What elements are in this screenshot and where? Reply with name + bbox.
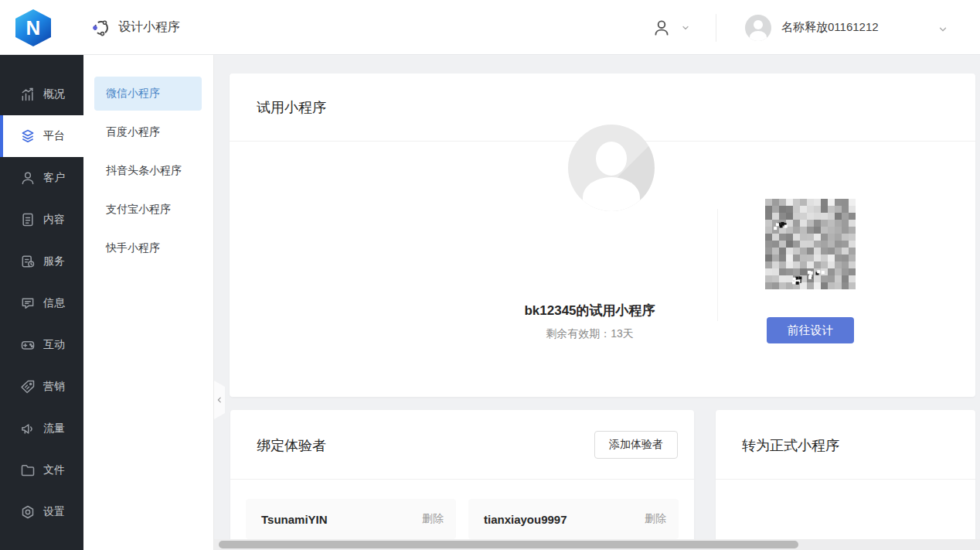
horizontal-scrollbar-thumb[interactable] xyxy=(219,541,798,548)
person-outline-icon xyxy=(652,18,672,38)
convert-card-header: 转为正式小程序 xyxy=(716,410,975,480)
sidebar-item-content[interactable]: 内容 xyxy=(0,199,83,241)
go-design-button[interactable]: 前往设计 xyxy=(767,317,854,343)
chevron-left-icon xyxy=(216,396,223,404)
convert-card-title: 转为正式小程序 xyxy=(742,436,839,455)
sidebar-item-label: 内容 xyxy=(43,213,65,227)
submenu-item-douyin[interactable]: 抖音头条小程序 xyxy=(94,154,202,188)
sidebar-item-label: 客户 xyxy=(43,171,65,185)
sidebar-item-interaction[interactable]: 互动 xyxy=(0,324,83,366)
sidebar-item-marketing[interactable]: 营销 xyxy=(0,366,83,408)
tester-name: TsunamiYIN xyxy=(261,513,328,526)
delete-tester-link[interactable]: 删除 xyxy=(645,512,666,526)
sidebar-item-files[interactable]: 文件 xyxy=(0,449,83,491)
trial-divider xyxy=(717,209,718,321)
account-name: 名称释放01161212 xyxy=(781,20,879,35)
account-menu[interactable]: 名称释放01161212 xyxy=(745,0,879,55)
trial-miniprogram-card: 试用小程序 bk12345的试用小程序 剩余有效期：13天 前往设计 xyxy=(230,73,975,397)
document-icon xyxy=(20,212,36,227)
trial-qr-code xyxy=(765,199,856,289)
submenu-item-alipay[interactable]: 支付宝小程序 xyxy=(94,193,202,227)
sidebar-item-label: 平台 xyxy=(43,129,65,143)
delete-tester-link[interactable]: 删除 xyxy=(422,512,444,526)
sidebar-item-services[interactable]: 服务 xyxy=(0,241,83,282)
primary-sidebar: 概况 平台 客户 内容 服务 信息 互动 营销 xyxy=(0,55,83,550)
user-menu-button[interactable] xyxy=(652,0,690,55)
trial-card-title: 试用小程序 xyxy=(257,98,326,117)
tester-list-item: TsunamiYIN 删除 xyxy=(246,499,456,539)
sidebar-item-label: 文件 xyxy=(43,463,65,477)
tester-name: tianxiayou9997 xyxy=(484,513,567,526)
sidebar-item-platform[interactable]: 平台 xyxy=(0,115,83,157)
sidebar-item-messages[interactable]: 信息 xyxy=(0,282,83,324)
app-title: 设计小程序 xyxy=(118,19,180,36)
top-header: N 设计小程序 名称释放01161212 xyxy=(0,0,980,55)
sidebar-item-traffic[interactable]: 流量 xyxy=(0,408,83,449)
bound-testers-card: 绑定体验者 添加体验者 TsunamiYIN 删除 tianxiayou9997… xyxy=(230,410,694,550)
brand-logo-letter: N xyxy=(26,16,41,40)
service-clock-icon xyxy=(20,254,36,269)
app-title-group: 设计小程序 xyxy=(92,0,180,55)
horizontal-scrollbar-track[interactable] xyxy=(214,539,980,550)
sidebar-item-label: 互动 xyxy=(43,338,65,352)
sidebar-item-customers[interactable]: 客户 xyxy=(0,157,83,199)
folder-icon xyxy=(20,463,36,478)
trial-app-avatar xyxy=(568,125,655,211)
megaphone-icon xyxy=(20,421,36,436)
sidebar-item-overview[interactable]: 概况 xyxy=(0,73,83,115)
platform-submenu: 微信小程序 百度小程序 抖音头条小程序 支付宝小程序 快手小程序 xyxy=(83,55,214,550)
sidebar-item-label: 信息 xyxy=(43,296,65,310)
sidebar-item-settings[interactable]: 设置 xyxy=(0,491,83,533)
convert-to-official-card: 转为正式小程序 xyxy=(716,410,975,550)
testers-card-title: 绑定体验者 xyxy=(257,436,326,455)
trial-expiry-text: 剩余有效期：13天 xyxy=(435,327,744,341)
testers-card-header: 绑定体验者 添加体验者 xyxy=(230,410,694,480)
miniprogram-icon xyxy=(92,19,111,37)
sidebar-item-label: 概况 xyxy=(43,87,65,101)
layers-icon xyxy=(20,128,36,144)
submenu-item-baidu[interactable]: 百度小程序 xyxy=(94,115,202,149)
sidebar-item-label: 服务 xyxy=(43,255,65,268)
sidebar-collapse-button[interactable] xyxy=(214,381,225,419)
trial-app-name: bk12345的试用小程序 xyxy=(435,302,744,319)
submenu-item-kuaishou[interactable]: 快手小程序 xyxy=(94,231,202,265)
chevron-down-icon[interactable] xyxy=(937,24,948,35)
main-content: 试用小程序 bk12345的试用小程序 剩余有效期：13天 前往设计 绑定体验者… xyxy=(214,55,980,550)
sidebar-item-label: 流量 xyxy=(43,422,65,436)
sidebar-item-label: 设置 xyxy=(43,505,65,519)
tester-list: TsunamiYIN 删除 tianxiayou9997 删除 xyxy=(246,499,679,539)
header-divider xyxy=(716,14,716,42)
tester-list-item: tianxiayou9997 删除 xyxy=(468,499,679,539)
chevron-down-icon xyxy=(681,23,690,32)
sidebar-item-label: 营销 xyxy=(43,380,65,394)
submenu-item-wechat[interactable]: 微信小程序 xyxy=(94,77,202,111)
gamepad-icon xyxy=(20,337,36,353)
account-avatar xyxy=(745,15,771,41)
person-icon xyxy=(20,170,36,186)
gear-icon xyxy=(20,504,36,520)
message-icon xyxy=(20,295,36,311)
brand-logo[interactable]: N xyxy=(15,9,51,46)
add-tester-button[interactable]: 添加体验者 xyxy=(594,431,678,459)
tag-icon xyxy=(20,379,36,395)
chart-icon xyxy=(20,87,36,102)
app-window: N 设计小程序 名称释放01161212 xyxy=(0,0,980,550)
